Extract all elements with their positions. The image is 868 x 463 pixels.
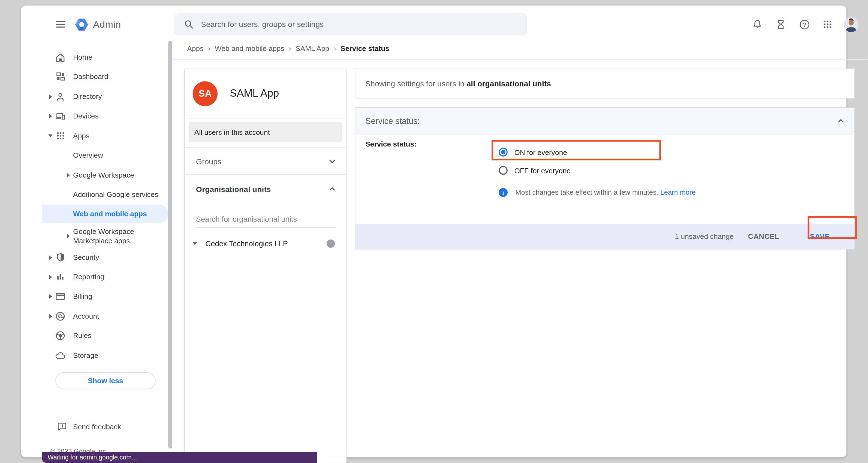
breadcrumb-saml-app[interactable]: SAML App [296,44,329,52]
sidebar-item-home[interactable]: Home [42,48,168,67]
chevron-down-icon [329,159,335,164]
product-name: Admin [93,19,121,30]
breadcrumb-current: Service status [340,44,389,52]
sidebar-item-reporting[interactable]: Reporting [42,267,168,287]
wheel-icon [55,330,66,341]
user-avatar[interactable] [844,17,859,32]
radio-off-button[interactable] [499,166,507,174]
divider [185,118,346,119]
hourglass-tasks-icon[interactable] [774,18,787,31]
sidebar-scrollbar[interactable] [168,41,172,449]
sidebar-item-directory[interactable]: Directory [42,87,168,106]
app-info-panel: SA SAML App All users in this account Gr… [184,69,346,463]
sidebar-item-marketplace-apps[interactable]: Google Workspace Marketplace apps [42,224,168,248]
screen: Admin Search for users, groups or settin… [0,0,868,463]
devices-icon [55,110,66,122]
org-units-search-input[interactable]: Search for organisational units [196,215,297,223]
sidebar-item-google-workspace[interactable]: Google Workspace [42,165,168,185]
tree-expand-down-icon [193,242,197,244]
divider [185,174,346,175]
home-icon [55,52,66,63]
expand-right-icon [65,173,71,177]
service-status-card: Service status: Service status: ON for e… [355,107,855,250]
feedback-icon [56,421,68,432]
expand-right-icon [65,234,71,238]
org-unit-tree-item[interactable]: Cedex Technologies LLP [193,235,339,252]
scope-text: Showing settings for users in all organi… [365,79,551,88]
admin-hexagon-icon [74,17,89,32]
collapse-chevron-up-icon [837,119,844,123]
sidebar-item-security[interactable]: Security [42,248,168,267]
sidebar-item-storage[interactable]: Storage [42,345,168,365]
cloud-icon [55,350,66,361]
info-row: i Most changes take effect within a few … [499,188,696,197]
search-underline [196,227,336,228]
expand-right-icon [47,255,54,260]
menu-hamburger-icon[interactable] [56,21,65,28]
at-sign-icon [55,310,66,322]
browser-status-bar: Waiting for admin.google.com... [42,452,317,463]
groups-section-toggle[interactable]: Groups [196,155,336,169]
breadcrumb-separator: › [289,44,291,52]
breadcrumb-divider [173,59,867,60]
cancel-button[interactable]: CANCEL [748,232,779,240]
breadcrumb-web-and-mobile-apps[interactable]: Web and mobile apps [215,44,284,52]
expand-down-icon [47,134,54,137]
info-icon: i [499,188,507,197]
scope-card: Showing settings for users in all organi… [355,69,855,99]
app-avatar: SA [193,81,218,106]
sidebar-item-devices[interactable]: Devices [42,106,168,126]
apps-grid-icon[interactable] [822,18,834,31]
org-unit-handle-dot [327,239,335,247]
expand-right-icon [47,94,54,99]
shield-icon [55,252,66,263]
breadcrumb-separator: › [208,44,211,52]
breadcrumb: Apps › Web and mobile apps › SAML App › … [187,42,389,54]
unsaved-count: 1 unsaved change [675,232,734,240]
all-users-item[interactable]: All users in this account [189,122,342,142]
service-status-field-label: Service status: [365,140,416,148]
scope-target: all organisational units [467,79,551,88]
service-status-section-header[interactable]: Service status: [355,108,855,134]
expand-right-icon [47,314,54,318]
show-less-button[interactable]: Show less [55,372,156,390]
notifications-bell-icon[interactable] [751,18,764,31]
expand-right-icon [47,294,54,298]
breadcrumb-apps[interactable]: Apps [187,44,204,52]
info-text: Most changes take effect within a few mi… [515,189,695,196]
google-admin-logo: Admin [74,16,121,32]
app-title: SAML App [230,88,279,100]
search-placeholder: Search for users, groups or settings [201,20,323,29]
sidebar-item-overview[interactable]: Overview [42,145,168,165]
search-icon [184,19,194,29]
apps-icon [55,130,66,141]
highlight-box-save [808,216,857,239]
sidebar-divider [42,415,168,415]
org-units-section-toggle[interactable]: Organisational units [196,182,336,196]
sidebar-item-additional-google-services[interactable]: Additional Google services [42,185,168,204]
dashboard-icon [55,71,66,82]
highlight-box-on-option [492,140,661,160]
sidebar-item-dashboard[interactable]: Dashboard [42,67,168,86]
expand-right-icon [47,274,54,279]
expand-right-icon [47,113,54,118]
search-bar[interactable]: Search for users, groups or settings [175,13,527,35]
divider [185,147,346,147]
person-icon [55,91,66,102]
svg-text:?: ? [803,21,806,28]
sidebar-item-web-and-mobile-apps[interactable]: Web and mobile apps [42,204,168,223]
credit-card-icon [55,291,66,302]
admin-console-window: Admin Search for users, groups or settin… [21,5,846,457]
radio-off-row[interactable]: OFF for everyone [499,166,571,174]
bar-chart-icon [55,271,66,283]
learn-more-link[interactable]: Learn more [660,189,696,196]
help-icon[interactable]: ? [798,18,810,31]
unsaved-changes-footer: 1 unsaved change CANCEL SAVE [355,224,855,249]
sidebar-item-apps[interactable]: Apps [42,126,168,145]
send-feedback-button[interactable]: Send feedback [42,417,168,436]
breadcrumb-separator: › [334,44,336,52]
sidebar-item-rules[interactable]: Rules [42,326,168,345]
chevron-up-icon [329,187,335,191]
sidebar-item-billing[interactable]: Billing [42,287,168,306]
sidebar-item-account[interactable]: Account [42,306,168,326]
